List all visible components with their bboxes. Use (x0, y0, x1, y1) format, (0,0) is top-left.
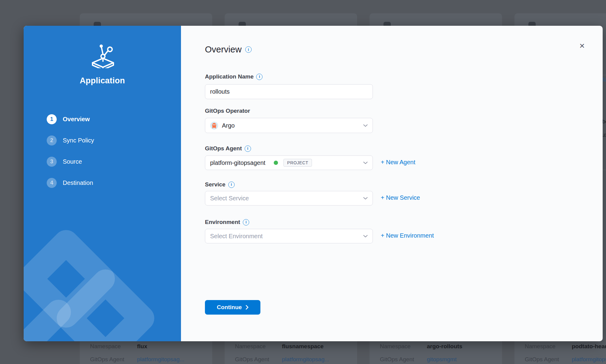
service-select[interactable]: Select Service (205, 191, 373, 205)
branch-node-dot (99, 45, 102, 48)
step-source[interactable]: 3 Source (47, 157, 82, 167)
namespace-label: Namespace (235, 343, 282, 350)
agent-link: platformgitopsag... (137, 356, 184, 363)
chevron-right-icon (246, 305, 249, 310)
application-icon (90, 43, 115, 68)
step-number: 2 (47, 135, 57, 145)
step-label: Destination (63, 179, 93, 186)
namespace-label: Namespace (525, 343, 572, 350)
agent-label: GitOps Agent (235, 356, 282, 363)
agent-label: GitOps Agent (525, 356, 572, 363)
chevron-down-icon (363, 197, 368, 200)
wizard-title: Application (24, 76, 181, 85)
step-number: 1 (47, 114, 57, 124)
environment-label: Environment (205, 219, 240, 225)
environment-placeholder: Select Environment (210, 233, 263, 240)
chevron-down-icon (363, 235, 368, 238)
agent-link: platformgitopsag... (572, 356, 606, 363)
step-overview[interactable]: 1 Overview (47, 114, 90, 124)
service-label-row: Service i (205, 181, 235, 188)
agent-health-dot (274, 161, 278, 165)
new-environment-link[interactable]: + New Environment (381, 232, 434, 239)
step-destination[interactable]: 4 Destination (47, 178, 93, 188)
chevron-down-icon (363, 124, 368, 127)
step-label: Overview (63, 116, 90, 123)
wizard-content: × Overview i Application Name i GitOps O… (181, 26, 603, 341)
environment-select[interactable]: Select Environment (205, 229, 373, 243)
environment-label-row: Environment i (205, 219, 249, 225)
close-icon[interactable]: × (577, 41, 587, 51)
chevron-down-icon (363, 162, 368, 164)
namespace-label: Namespace (380, 343, 427, 350)
page-title: Overview (205, 45, 242, 55)
service-placeholder: Select Service (210, 195, 249, 202)
screen: Namespace flux GitOps Agent platformgito… (0, 0, 606, 364)
gitops-operator-label: GitOps Operator (205, 108, 250, 114)
step-number: 3 (47, 157, 57, 167)
namespace-value: podtato-head (572, 343, 606, 350)
agent-label: GitOps Agent (90, 356, 137, 363)
application-name-label: Application Name (205, 73, 253, 80)
continue-label: Continue (217, 304, 242, 311)
info-icon[interactable]: i (256, 74, 263, 80)
argo-icon (210, 122, 218, 130)
new-service-link[interactable]: + New Service (381, 194, 420, 201)
info-icon[interactable]: i (228, 182, 235, 188)
gitops-operator-select[interactable]: Argo (205, 118, 373, 133)
scope-badge: PROJECT (283, 159, 312, 167)
agent-link: platformgitopsag... (282, 356, 329, 363)
gitops-agent-label: GitOps Agent (205, 145, 242, 152)
application-wizard-modal: Application 1 Overview 2 Sync Policy 3 S… (24, 26, 603, 341)
gitops-operator-label-row: GitOps Operator (205, 108, 250, 114)
gitops-agent-value: platform-gitopsagent (210, 159, 265, 166)
continue-button[interactable]: Continue (205, 300, 260, 315)
info-icon[interactable]: i (245, 46, 252, 53)
step-label: Sync Policy (63, 137, 94, 144)
namespace-value: flux (137, 343, 147, 350)
wizard-sidebar: Application 1 Overview 2 Sync Policy 3 S… (24, 26, 181, 341)
agent-link: gitopsmgmt (427, 356, 457, 363)
step-sync-policy[interactable]: 2 Sync Policy (47, 135, 94, 145)
step-label: Source (63, 158, 82, 165)
info-icon[interactable]: i (245, 145, 251, 152)
namespace-value: flusnamespace (282, 343, 323, 350)
page-title-row: Overview i (205, 45, 252, 55)
clipped-text-fragment: fa (603, 76, 606, 83)
new-agent-link[interactable]: + New Agent (381, 159, 415, 166)
service-label: Service (205, 181, 226, 188)
application-name-input[interactable] (205, 84, 373, 99)
harness-logo-watermark (24, 214, 178, 341)
agent-label: GitOps Agent (380, 356, 427, 363)
gitops-agent-select[interactable]: platform-gitopsagent PROJECT (205, 155, 373, 170)
step-number: 4 (47, 178, 57, 188)
namespace-label: Namespace (90, 343, 137, 350)
gitops-operator-value: Argo (222, 122, 235, 129)
application-name-label-row: Application Name i (205, 73, 263, 80)
gitops-agent-label-row: GitOps Agent i (205, 145, 251, 152)
namespace-value: argo-rollouts (427, 343, 462, 350)
info-icon[interactable]: i (243, 219, 249, 225)
